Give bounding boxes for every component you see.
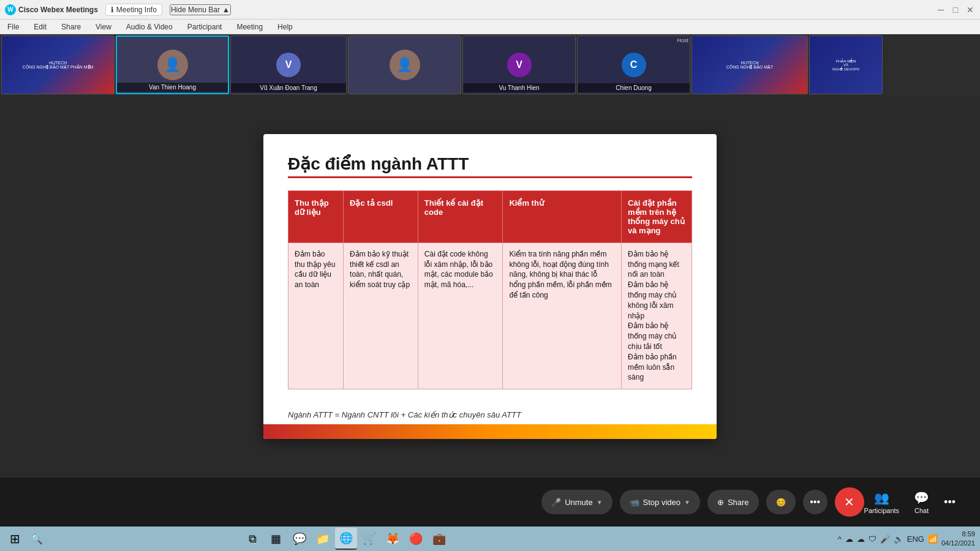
table-header-1: Thu thập dữ liệu xyxy=(288,190,344,242)
security-icon: 🛡 xyxy=(869,534,876,544)
search-icon: 🔍 xyxy=(31,533,43,545)
table-cell-1-4: Kiểm tra tính năng phần mềm không lỗi, h… xyxy=(503,242,622,389)
slide-content: Đặc điểm ngành ATTT Thu thập dữ liệu Đặc… xyxy=(263,134,717,404)
table-header-5: Cài đặt phần mềm trên hệ thống máy chủ v… xyxy=(622,190,692,242)
chevron-icon: ▲ xyxy=(222,6,230,14)
taskbar-app-store[interactable]: 🛒 xyxy=(358,528,380,550)
search-button[interactable]: 🔍 xyxy=(27,529,47,549)
video-chevron: ▼ xyxy=(684,499,690,506)
meeting-info-button[interactable]: ℹ Meeting Info xyxy=(105,4,162,16)
cloud-icon: ☁ xyxy=(845,534,853,544)
menu-audio-video[interactable]: Audio & Video xyxy=(124,21,175,32)
more-options-button[interactable]: ••• xyxy=(803,490,827,514)
stop-video-button[interactable]: 📹 Stop video ▼ xyxy=(620,490,700,514)
more-right-icon: ••• xyxy=(944,496,956,508)
participants-strip: HUTECHCÔNG NGHỆ BẢO MẬT PHẦN MỀM 👤 Van T… xyxy=(0,34,980,96)
table-row: Đảm bảo thu thập yêu cầu dữ liệu an toàn… xyxy=(288,242,692,389)
table-header-3: Thiết kế cài đặt code xyxy=(418,190,503,242)
slide-footer: Ngành ATTT = Ngành CNTT lõi + Các kiến t… xyxy=(263,404,717,424)
participant-thumb-2[interactable]: 👤 Van Thien Hoang xyxy=(116,36,229,94)
date: 04/12/2021 xyxy=(941,539,975,548)
taskbar-app-explorer[interactable]: ▦ xyxy=(265,528,287,550)
menu-share[interactable]: Share xyxy=(59,21,83,32)
info-icon: ℹ xyxy=(111,6,114,14)
taskbar-apps: ⧉ ▦ 💬 📁 🌐 🛒 🦊 🔴 💼 xyxy=(242,528,450,550)
app-logo: W Cisco Webex Meetings xyxy=(5,4,98,15)
taskbar: ⊞ 🔍 ⧉ ▦ 💬 📁 🌐 🛒 🦊 🔴 💼 ^ ☁ ☁ 🛡 🎤 🔊 ENG 📶 … xyxy=(0,527,980,551)
taskbar-app-teams[interactable]: 💬 xyxy=(288,528,311,550)
volume-icon[interactable]: 🔊 xyxy=(894,534,903,544)
video-icon: 📹 xyxy=(630,498,639,507)
menu-help[interactable]: Help xyxy=(275,21,295,32)
participant-name-2: Van Thien Hoang xyxy=(117,83,228,92)
menu-view[interactable]: View xyxy=(93,21,114,32)
maximize-button[interactable]: □ xyxy=(951,5,960,15)
unmute-chevron: ▼ xyxy=(597,499,603,506)
menu-bar: File Edit Share View Audio & Video Parti… xyxy=(0,20,980,34)
system-icons: ^ ☁ ☁ 🛡 🎤 🔊 ENG 📶 xyxy=(838,534,938,544)
participant-thumb-3[interactable]: V Vũ Xuân Đoan Trang xyxy=(230,36,347,94)
controls-right: 👥 Participants 💬 Chat ••• xyxy=(864,490,956,514)
hide-menu-bar-button[interactable]: Hide Menu Bar ▲ xyxy=(170,4,231,15)
clock: 8:59 xyxy=(941,530,975,539)
slide-bottom-bar xyxy=(263,424,717,439)
participant-name-6: Chien Duong xyxy=(578,83,690,92)
webex-icon: W xyxy=(5,4,16,15)
participants-button[interactable]: 👥 Participants xyxy=(864,490,899,514)
taskbar-app-files[interactable]: 📁 xyxy=(312,528,334,550)
reactions-button[interactable]: 😊 xyxy=(766,490,796,514)
table-header-2: Đặc tả csdl xyxy=(344,190,418,242)
language-indicator[interactable]: ENG xyxy=(907,534,924,544)
time-display[interactable]: 8:59 04/12/2021 xyxy=(941,530,975,549)
chevron-up-icon[interactable]: ^ xyxy=(838,534,842,544)
mic-sys-icon: 🎤 xyxy=(880,534,890,544)
participant-thumb-8[interactable]: PHẦN MỀMVÀNGHỀ DEVOPS xyxy=(809,36,883,94)
window-controls: ─ □ ✕ xyxy=(936,5,975,15)
slide-underline xyxy=(288,176,692,178)
table-header-4: Kiểm thử xyxy=(503,190,622,242)
table-cell-1-3: Cài đặt code không lỗi xâm nhập, lỗi bảo… xyxy=(418,242,503,389)
participant-thumb-7[interactable]: HUTECHCÔNG NGHỆ BẢO MẬT xyxy=(692,36,808,94)
minimize-button[interactable]: ─ xyxy=(936,5,946,15)
slide-title: Đặc điểm ngành ATTT xyxy=(288,154,692,174)
windows-logo-icon: ⊞ xyxy=(10,531,20,546)
slide-container: Đặc điểm ngành ATTT Thu thập dữ liệu Đặc… xyxy=(263,134,717,439)
participant-thumb-6[interactable]: C Chien Duong Host xyxy=(577,36,690,94)
taskbar-right: ^ ☁ ☁ 🛡 🎤 🔊 ENG 📶 8:59 04/12/2021 xyxy=(838,530,975,549)
taskbar-app-firefox[interactable]: 🦊 xyxy=(382,528,404,550)
unmute-button[interactable]: 🎤 Unmute ▼ xyxy=(541,490,612,514)
taskbar-app-edge[interactable]: 🌐 xyxy=(335,528,357,550)
participant-name-5: Vu Thanh Hien xyxy=(463,83,575,92)
menu-edit[interactable]: Edit xyxy=(31,21,49,32)
main-content: Đặc điểm ngành ATTT Thu thập dữ liệu Đặc… xyxy=(0,96,980,478)
participant-thumb-5[interactable]: V Vu Thanh Hien xyxy=(462,36,576,94)
mic-icon: 🎤 xyxy=(551,498,561,507)
menu-meeting[interactable]: Meeting xyxy=(234,21,265,32)
taskbar-app-app1[interactable]: 🔴 xyxy=(405,528,427,550)
participants-icon: 👥 xyxy=(874,490,889,505)
wifi-icon: 📶 xyxy=(928,534,938,544)
close-button[interactable]: ✕ xyxy=(965,5,975,15)
share-button[interactable]: ⊕ Share xyxy=(707,490,759,514)
controls-center: 🎤 Unmute ▼ 📹 Stop video ▼ ⊕ Share 😊 ••• … xyxy=(541,487,864,517)
participant-thumb-4[interactable]: 👤 xyxy=(348,36,461,94)
taskbar-app-webex[interactable]: 💼 xyxy=(428,528,450,550)
host-tag: Host xyxy=(677,37,688,43)
table-cell-1-5: Đảm bảo hệ thống mạng kết nối an toànĐảm… xyxy=(622,242,692,389)
participant-name-3: Vũ Xuân Đoan Trang xyxy=(231,83,346,92)
table-cell-1-2: Đảm bảo kỹ thuật thiết kế csdl an toàn, … xyxy=(344,242,418,389)
reactions-icon: 😊 xyxy=(776,498,786,507)
title-bar: W Cisco Webex Meetings ℹ Meeting Info Hi… xyxy=(0,0,980,20)
slide-table: Thu thập dữ liệu Đặc tả csdl Thiết kế cà… xyxy=(288,190,692,389)
menu-file[interactable]: File xyxy=(5,21,21,32)
onedrive-icon: ☁ xyxy=(857,534,865,544)
end-icon: ✕ xyxy=(844,495,854,509)
more-right-button[interactable]: ••• xyxy=(944,496,956,509)
menu-participant[interactable]: Participant xyxy=(185,21,225,32)
chat-button[interactable]: 💬 Chat xyxy=(914,490,929,514)
participant-thumb-1[interactable]: HUTECHCÔNG NGHỆ BẢO MẬT PHẦN MỀM xyxy=(1,36,115,94)
app-name: Cisco Webex Meetings xyxy=(18,6,98,14)
start-button[interactable]: ⊞ xyxy=(5,529,24,549)
taskbar-app-taskview[interactable]: ⧉ xyxy=(242,528,264,550)
end-call-button[interactable]: ✕ xyxy=(835,487,864,517)
